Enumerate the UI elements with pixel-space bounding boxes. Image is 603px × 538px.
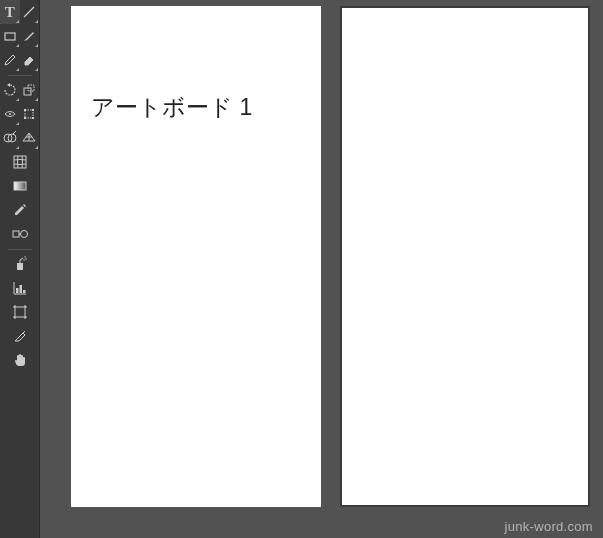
free-transform-tool[interactable]: [20, 102, 40, 126]
gradient-tool[interactable]: [0, 174, 40, 198]
perspective-grid-tool[interactable]: [20, 126, 40, 150]
svg-rect-1: [5, 33, 15, 40]
hand-tool[interactable]: [0, 348, 40, 372]
artboard-label: アートボード 1: [91, 92, 252, 123]
svg-point-18: [25, 258, 26, 259]
svg-point-17: [24, 256, 25, 257]
symbol-sprayer-tool[interactable]: [0, 252, 40, 276]
shape-builder-tool[interactable]: [0, 126, 20, 150]
svg-rect-9: [32, 117, 34, 119]
rotate-tool[interactable]: [0, 78, 20, 102]
svg-rect-12: [14, 156, 26, 168]
svg-rect-5: [25, 110, 33, 118]
eraser-tool[interactable]: [20, 48, 40, 72]
pencil-icon: [2, 52, 18, 68]
slice-tool[interactable]: [0, 324, 40, 348]
mesh-icon: [11, 153, 29, 171]
column-graph-tool[interactable]: [0, 276, 40, 300]
hand-icon: [11, 351, 29, 369]
mesh-tool[interactable]: [0, 150, 40, 174]
scale-icon: [21, 82, 37, 98]
svg-line-0: [24, 7, 34, 17]
type-tool[interactable]: T: [0, 0, 20, 24]
width-tool[interactable]: [0, 102, 20, 126]
svg-rect-8: [24, 117, 26, 119]
width-icon: [2, 106, 18, 122]
rectangle-icon: [2, 28, 18, 44]
artboard-tool[interactable]: [0, 300, 40, 324]
scale-tool[interactable]: [20, 78, 40, 102]
toolbar: T: [0, 0, 40, 538]
paintbrush-icon: [21, 28, 37, 44]
rectangle-tool[interactable]: [0, 24, 20, 48]
svg-rect-23: [15, 307, 25, 317]
svg-point-15: [21, 231, 28, 238]
svg-rect-7: [32, 109, 34, 111]
svg-point-4: [9, 113, 11, 115]
type-icon: T: [5, 4, 15, 21]
svg-rect-14: [13, 231, 19, 237]
line-segment-tool[interactable]: [20, 0, 40, 24]
blend-icon: [11, 225, 29, 243]
artboard-2[interactable]: [340, 6, 590, 507]
free-transform-icon: [21, 106, 37, 122]
artboard-icon: [11, 303, 29, 321]
canvas-area[interactable]: アートボード 1: [40, 0, 603, 538]
svg-rect-21: [20, 285, 23, 293]
eyedropper-icon: [11, 201, 29, 219]
column-graph-icon: [11, 279, 29, 297]
rotate-icon: [2, 82, 18, 98]
svg-rect-13: [14, 182, 26, 190]
eyedropper-tool[interactable]: [0, 198, 40, 222]
paintbrush-tool[interactable]: [20, 24, 40, 48]
symbol-sprayer-icon: [11, 255, 29, 273]
svg-rect-20: [16, 288, 19, 293]
blend-tool[interactable]: [0, 222, 40, 246]
slice-icon: [11, 327, 29, 345]
shape-builder-icon: [2, 130, 18, 146]
perspective-grid-icon: [21, 130, 37, 146]
svg-rect-16: [17, 263, 23, 270]
gradient-icon: [11, 177, 29, 195]
line-icon: [21, 4, 37, 20]
svg-point-19: [23, 259, 24, 260]
svg-rect-6: [24, 109, 26, 111]
watermark: junk-word.com: [505, 519, 593, 534]
pencil-tool[interactable]: [0, 48, 20, 72]
svg-rect-22: [23, 290, 26, 293]
artboard-1[interactable]: アートボード 1: [71, 6, 321, 507]
eraser-icon: [21, 52, 37, 68]
